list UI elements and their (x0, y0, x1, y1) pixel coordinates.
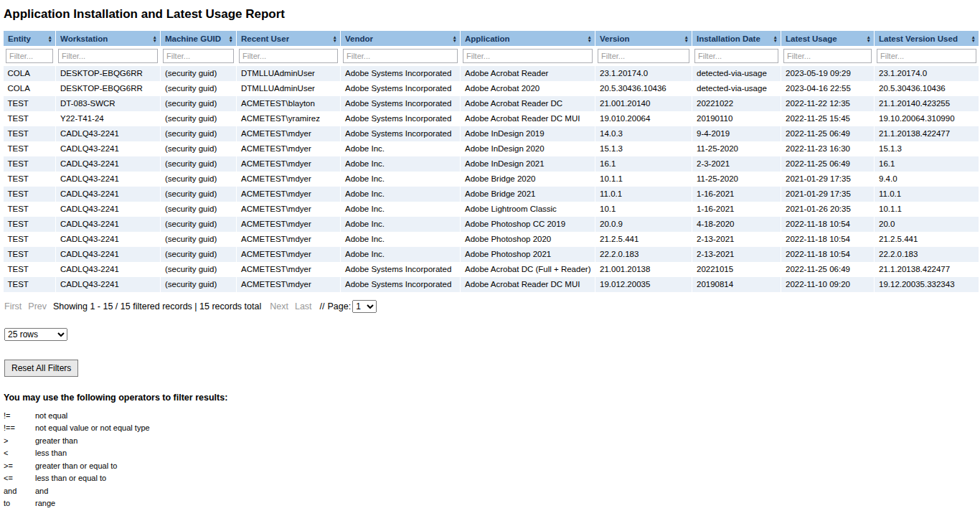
cell: 4-18-2020 (692, 217, 781, 232)
cell: 21.1.20138.422477 (875, 126, 979, 141)
prev-page-link[interactable]: Prev (28, 301, 47, 311)
column-header-machine-guid[interactable]: Machine GUID▲▼ (161, 31, 237, 47)
cell: ACMETEST\mdyer (237, 262, 341, 277)
reset-all-filters-button[interactable]: Reset All Filters (4, 360, 78, 377)
cell: Y22-T41-24 (56, 111, 161, 126)
sort-icon[interactable]: ▲▼ (453, 35, 457, 42)
sort-icon[interactable]: ▲▼ (867, 35, 871, 42)
filter-input-installation-date[interactable] (694, 49, 778, 63)
sort-icon[interactable]: ▲▼ (48, 35, 52, 42)
cell: 19.10.20064.310990 (875, 111, 979, 126)
cell: Adobe Acrobat Reader DC MUI (461, 111, 595, 126)
cell: (security guid) (161, 66, 237, 81)
cell: 2023-05-19 09:29 (781, 66, 875, 81)
cell: 22.2.0.183 (875, 247, 979, 262)
cell: DESKTOP-EBQG6RR (56, 81, 161, 96)
sort-icon[interactable]: ▲▼ (333, 35, 337, 42)
operator-description: less than (35, 447, 977, 460)
cell: 20.0.9 (595, 217, 692, 232)
filter-cell (237, 47, 341, 66)
filter-row (4, 47, 979, 66)
filter-input-latest-usage[interactable] (783, 49, 872, 63)
first-page-link[interactable]: First (4, 301, 22, 311)
cell: (security guid) (161, 81, 237, 96)
cell: 1-16-2021 (692, 202, 781, 217)
cell: 15.1.3 (595, 141, 692, 156)
page-select[interactable]: 1 (352, 300, 377, 313)
cell: ACMETEST\mdyer (237, 126, 341, 141)
column-header-installation-date[interactable]: Installation Date▲▼ (692, 31, 781, 47)
operator-description: less than or equal to (35, 472, 977, 485)
operator-row: !=not equal (4, 410, 977, 423)
sort-icon[interactable]: ▲▼ (971, 35, 976, 42)
column-header-recent-user[interactable]: Recent User▲▼ (237, 31, 341, 47)
cell: detected-via-usage (692, 66, 781, 81)
cell: 11-25-2020 (692, 172, 781, 187)
column-header-entity[interactable]: Entity▲▼ (4, 31, 56, 47)
table-row: TESTCADLQ43-2241(security guid)ACMETEST\… (4, 187, 979, 202)
filter-input-machine-guid[interactable] (163, 49, 234, 63)
cell: 16.1 (875, 156, 979, 172)
column-header-application[interactable]: Application▲▼ (461, 31, 595, 47)
cell: (security guid) (161, 111, 237, 126)
cell: DESKTOP-EBQG6RR (56, 66, 161, 81)
column-header-workstation[interactable]: Workstation▲▼ (56, 31, 161, 47)
filter-input-recent-user[interactable] (239, 49, 338, 63)
operator-symbol: >= (4, 460, 35, 473)
operator-description: range (35, 497, 977, 510)
sort-icon[interactable]: ▲▼ (153, 35, 157, 42)
column-label: Vendor (345, 34, 373, 43)
last-page-link[interactable]: Last (295, 301, 312, 311)
cell: TEST (4, 172, 56, 187)
column-header-latest-version-used[interactable]: Latest Version Used▲▼ (875, 31, 979, 47)
operator-symbol: !== (4, 422, 35, 435)
filter-input-workstation[interactable] (58, 49, 158, 63)
sort-icon[interactable]: ▲▼ (229, 35, 233, 42)
filter-input-vendor[interactable] (343, 49, 458, 63)
column-header-latest-usage[interactable]: Latest Usage▲▼ (781, 31, 875, 47)
cell: 2022-11-23 16:30 (781, 141, 875, 156)
cell: TEST (4, 277, 56, 292)
table-row: TESTCADLQ43-2241(security guid)ACMETEST\… (4, 126, 979, 141)
cell: ACMETEST\mdyer (237, 187, 341, 202)
operators-list: !=not equal!==not equal value or not equ… (3, 410, 977, 510)
filter-input-latest-version-used[interactable] (877, 49, 976, 63)
table-header: Entity▲▼Workstation▲▼Machine GUID▲▼Recen… (4, 31, 979, 66)
column-header-version[interactable]: Version▲▼ (595, 31, 692, 47)
cell: ACMETEST\mdyer (237, 156, 341, 172)
sort-icon[interactable]: ▲▼ (588, 35, 592, 42)
column-label: Version (600, 34, 630, 43)
cell: Adobe Inc. (341, 232, 461, 247)
filter-cell (461, 47, 595, 66)
cell: Adobe Photoshop CC 2019 (461, 217, 595, 232)
filter-input-application[interactable] (463, 49, 593, 63)
cell: TEST (4, 96, 56, 111)
cell: 16.1 (595, 156, 692, 172)
sort-icon[interactable]: ▲▼ (684, 35, 689, 42)
cell: 2022-11-18 10:54 (781, 217, 875, 232)
cell: Adobe Bridge 2020 (461, 172, 595, 187)
sort-icon[interactable]: ▲▼ (773, 35, 778, 42)
cell: (security guid) (161, 262, 237, 277)
cell: 2021-01-29 17:35 (781, 172, 875, 187)
cell: CADLQ43-2241 (56, 156, 161, 172)
filter-input-version[interactable] (598, 49, 689, 63)
cell: Adobe Systems Incorporated (341, 126, 461, 141)
filter-input-entity[interactable] (6, 49, 53, 63)
next-page-link[interactable]: Next (270, 301, 288, 311)
cell: 19.010.20064 (595, 111, 692, 126)
cell: TEST (4, 126, 56, 141)
rows-per-page-select[interactable]: 25 rows (4, 328, 67, 341)
cell: 23.1.20174.0 (875, 66, 979, 81)
cell: 22.2.0.183 (595, 247, 692, 262)
cell: Adobe InDesign 2019 (461, 126, 595, 141)
cell: 21.1.20138.422477 (875, 262, 979, 277)
cell: CADLQ43-2241 (56, 141, 161, 156)
column-header-vendor[interactable]: Vendor▲▼ (341, 31, 461, 47)
cell: 20.5.30436.10436 (875, 81, 979, 96)
cell: 2023-04-16 22:55 (781, 81, 875, 96)
cell: 2022-11-18 10:54 (781, 247, 875, 262)
column-label: Latest Version Used (879, 34, 958, 43)
cell: ACMETEST\blayton (237, 96, 341, 111)
cell: CADLQ43-2241 (56, 126, 161, 141)
